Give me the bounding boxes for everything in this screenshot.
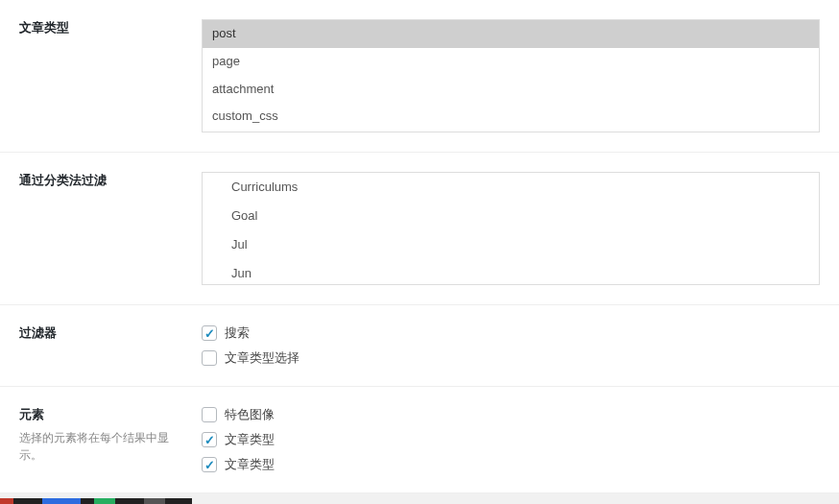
post-type-listbox[interactable]: post page attachment custom_css customiz… — [202, 19, 820, 132]
checkbox-post-type-1[interactable] — [202, 432, 217, 447]
label-elements-desc: 选择的元素将在每个结果中显示。 — [19, 429, 182, 464]
post-type-option[interactable]: customize_changeset — [203, 131, 819, 132]
checkbox-search[interactable] — [202, 325, 217, 341]
checkbox-label: 文章类型 — [225, 456, 275, 473]
element-checkbox-row[interactable]: 特色图像 — [202, 406, 820, 423]
row-elements: 元素 选择的元素将在每个结果中显示。 特色图像 文章类型 文章类型 — [0, 387, 839, 493]
label-post-type: 文章类型 — [19, 20, 69, 35]
post-type-option[interactable]: post — [203, 20, 819, 48]
filter-checkbox-row[interactable]: 搜索 — [202, 324, 820, 342]
taxonomy-listbox[interactable]: Curriculums Goal Jul Jun News & Events — [202, 172, 820, 285]
checkbox-label: 特色图像 — [225, 406, 275, 423]
taxonomy-option[interactable]: Jul — [203, 230, 819, 259]
element-checkbox-row[interactable]: 文章类型 — [202, 456, 820, 473]
os-taskbar-fragment — [0, 498, 192, 504]
label-elements: 元素 — [19, 407, 44, 421]
filter-checkbox-row[interactable]: 文章类型选择 — [202, 349, 820, 367]
checkbox-post-type-select[interactable] — [202, 350, 217, 366]
taxonomy-option[interactable]: Jun — [203, 259, 819, 285]
post-type-option[interactable]: custom_css — [203, 103, 819, 131]
taxonomy-option[interactable]: Goal — [203, 202, 819, 230]
post-type-option[interactable]: page — [203, 48, 819, 76]
checkbox-featured-image[interactable] — [202, 407, 217, 422]
post-type-option[interactable]: attachment — [203, 76, 819, 104]
checkbox-label: 文章类型 — [225, 431, 275, 448]
row-post-type: 文章类型 post page attachment custom_css cus… — [0, 0, 839, 153]
widget-form-table: 文章类型 post page attachment custom_css cus… — [0, 0, 839, 493]
element-checkbox-row[interactable]: 文章类型 — [202, 431, 820, 448]
taxonomy-option[interactable]: Curriculums — [203, 173, 819, 202]
row-taxonomy-filter: 通过分类法过滤 Curriculums Goal Jul Jun News & … — [0, 153, 839, 305]
label-taxonomy-filter: 通过分类法过滤 — [19, 173, 107, 187]
row-filters: 过滤器 搜索 文章类型选择 — [0, 305, 839, 387]
checkbox-label: 搜索 — [225, 324, 250, 342]
checkbox-post-type-2[interactable] — [202, 457, 217, 472]
label-filters: 过滤器 — [19, 325, 57, 340]
checkbox-label: 文章类型选择 — [225, 349, 300, 367]
